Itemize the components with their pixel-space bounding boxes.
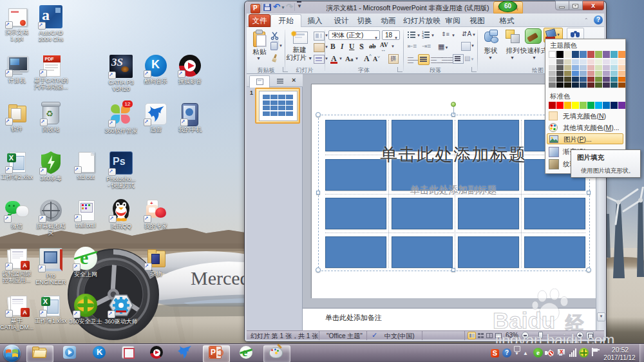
svg-text:Merced: Merced	[191, 267, 250, 289]
